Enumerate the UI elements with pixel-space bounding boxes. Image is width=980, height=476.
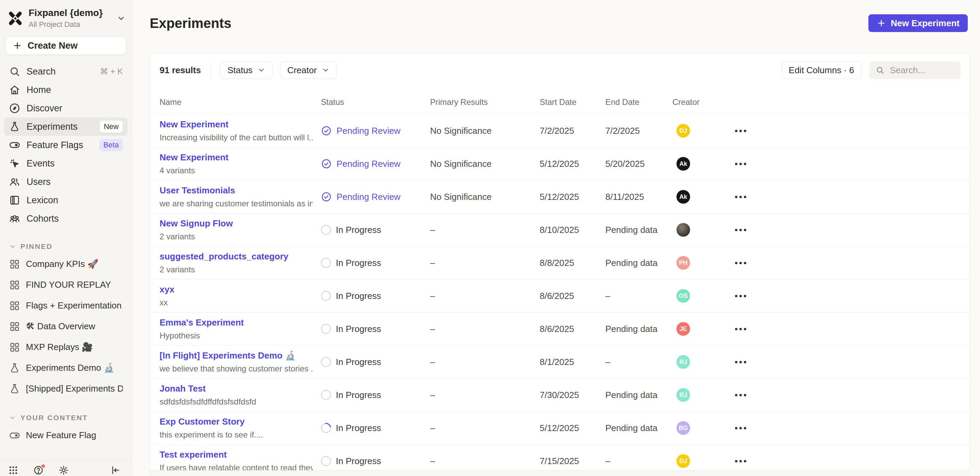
experiment-link[interactable]: Emma's Experiment xyxy=(159,317,313,328)
sidebar-item-shipped-experiments-demo[interactable]: [Shipped] Experiments Demo ✏ xyxy=(4,378,127,399)
row-menu-button[interactable] xyxy=(733,291,748,301)
collapse-sidebar-icon[interactable] xyxy=(111,465,121,475)
start-date-cell: 7/30/2025 xyxy=(540,390,605,401)
check-circle-icon xyxy=(321,125,332,136)
experiment-link[interactable]: New Signup Flow xyxy=(159,218,313,229)
sidebar-item-find-your-replay[interactable]: FIND YOUR REPLAY xyxy=(4,275,127,295)
status-text: Pending Review xyxy=(337,159,401,169)
status-cell: In Progress xyxy=(321,357,430,367)
experiment-link[interactable]: [In Flight] Experiments Demo 🔬 xyxy=(159,350,313,361)
experiment-link[interactable]: Jonah Test xyxy=(159,383,313,394)
end-date-cell: Pending data xyxy=(605,258,672,268)
row-menu-button[interactable] xyxy=(733,225,748,235)
status-text: In Progress xyxy=(336,258,381,268)
end-date-cell: Pending data xyxy=(605,324,672,334)
search-box xyxy=(869,61,961,79)
experiment-link[interactable]: New Experiment xyxy=(159,119,313,130)
sidebar-item-flags-experimentation-demo[interactable]: Flags + Experimentation Demo , xyxy=(4,295,127,316)
sidebar-item-company-kpis[interactable]: Company KPIs 🚀 xyxy=(4,254,127,275)
results-count: 91 results xyxy=(159,65,201,75)
avatar[interactable]: DJ xyxy=(676,454,690,468)
sidebar-item-home[interactable]: Home xyxy=(4,81,127,99)
experiment-link[interactable]: New Experiment xyxy=(159,152,313,163)
column-header-start-date[interactable]: Start Date xyxy=(540,97,605,107)
column-header-end-date[interactable]: End Date xyxy=(605,97,672,107)
sidebar-item-search[interactable]: Search ⌘ + K xyxy=(4,62,127,81)
sidebar-item-new-feature-flag[interactable]: New Feature Flag xyxy=(4,425,127,446)
filter-creator-button[interactable]: Creator xyxy=(280,61,337,79)
table-footer-strip xyxy=(150,470,969,476)
apps-grid-icon[interactable] xyxy=(8,465,18,475)
filter-status-button[interactable]: Status xyxy=(220,61,272,79)
sidebar-item-label: FIND YOUR REPLAY xyxy=(26,280,111,290)
avatar[interactable]: DJ xyxy=(676,124,690,137)
experiment-link[interactable]: xyx xyxy=(159,284,313,295)
sidebar-item-users[interactable]: Users xyxy=(4,173,127,191)
end-date-cell: Pending data xyxy=(605,225,672,235)
sidebar-item-experiments[interactable]: Experiments New xyxy=(4,117,127,136)
edit-columns-button[interactable]: Edit Columns · 6 xyxy=(782,61,861,79)
table-row[interactable]: Jonah Test sdfdsfdsfsdfdffdfdsfsdfdsfd I… xyxy=(150,379,969,412)
row-menu-button[interactable] xyxy=(733,324,748,334)
table-row[interactable]: [In Flight] Experiments Demo 🔬 we believ… xyxy=(150,346,969,379)
table-row[interactable]: New Experiment Increasing visibility of … xyxy=(150,114,969,147)
board-icon xyxy=(9,259,21,270)
experiment-link[interactable]: Test experiment xyxy=(159,449,313,460)
sidebar-item-experiments-demo[interactable]: Experiments Demo 🔬 xyxy=(4,358,127,378)
settings-gear-icon[interactable] xyxy=(59,465,69,475)
experiment-link[interactable]: User Testimonials xyxy=(159,185,313,196)
avatar[interactable] xyxy=(676,223,690,236)
avatar[interactable]: Ak xyxy=(676,157,690,171)
avatar[interactable]: RJ xyxy=(676,388,690,402)
sidebar-item-lexicon[interactable]: Lexicon xyxy=(4,191,127,209)
search-input[interactable] xyxy=(889,65,950,76)
column-header-creator[interactable]: Creator xyxy=(672,97,733,107)
table-row[interactable]: New Experiment 4 variants Pending Review… xyxy=(150,147,969,180)
table-row[interactable]: New Signup Flow 2 variants In Progress –… xyxy=(150,214,969,246)
sidebar-item-mxp-replays[interactable]: MXP Replays 🎥 xyxy=(4,337,127,358)
row-menu-button[interactable] xyxy=(733,391,748,400)
experiment-description: we are sharing customer testimonials as … xyxy=(159,199,313,208)
new-experiment-button[interactable]: New Experiment xyxy=(869,14,968,32)
avatar[interactable]: RJ xyxy=(676,355,690,369)
column-header-primary-results[interactable]: Primary Results xyxy=(430,97,540,107)
table-row[interactable]: User Testimonials we are sharing custome… xyxy=(150,180,969,214)
column-header-status[interactable]: Status xyxy=(321,97,430,107)
section-header-your-content[interactable]: YOUR CONTENT xyxy=(4,411,127,425)
creator-cell: PH xyxy=(672,256,733,270)
sidebar-item-label: Lexicon xyxy=(27,195,58,206)
page-header: Experiments New Experiment xyxy=(132,0,980,32)
experiment-link[interactable]: Exp Customer Story xyxy=(159,417,313,427)
create-new-button[interactable]: Create New xyxy=(5,37,126,55)
experiment-link[interactable]: suggested_products_category xyxy=(159,251,313,262)
table-row[interactable]: suggested_products_category 2 variants I… xyxy=(150,246,969,280)
sidebar-item-data-overview[interactable]: 🛠 Data Overview xyxy=(4,316,127,337)
sidebar-item-feature-flags[interactable]: Feature Flags Beta xyxy=(4,136,127,154)
row-menu-button[interactable] xyxy=(733,358,748,367)
help-icon[interactable] xyxy=(33,465,43,475)
workspace-subtitle: All Project Data xyxy=(29,20,111,29)
row-menu-button[interactable] xyxy=(733,457,748,466)
table-row[interactable]: Exp Customer Story this experiment is to… xyxy=(150,412,969,445)
table-row[interactable]: xyx xx In Progress – 8/6/2025 – OS xyxy=(150,280,969,313)
board-icon xyxy=(9,279,21,291)
row-menu-button[interactable] xyxy=(733,423,748,433)
section-header-pinned[interactable]: PINNED xyxy=(4,240,127,254)
avatar[interactable]: PH xyxy=(676,256,690,270)
table-row[interactable]: Emma's Experiment Hypothesis In Progress… xyxy=(150,313,969,346)
sidebar-item-events[interactable]: Events xyxy=(4,154,127,173)
row-menu-button[interactable] xyxy=(733,259,748,268)
avatar[interactable]: OS xyxy=(676,289,690,303)
avatar[interactable]: Ak xyxy=(676,190,690,204)
avatar[interactable]: BG xyxy=(676,421,690,435)
status-cell: In Progress xyxy=(321,324,430,334)
workspace-switcher[interactable]: Fixpanel {demo} All Project Data xyxy=(0,0,132,33)
sidebar-item-discover[interactable]: Discover xyxy=(4,99,127,117)
row-menu-button[interactable] xyxy=(733,126,748,136)
column-header-name[interactable]: Name xyxy=(159,97,321,107)
row-menu-button[interactable] xyxy=(733,192,748,201)
row-menu-button[interactable] xyxy=(733,159,748,169)
avatar[interactable]: JE xyxy=(676,322,690,336)
flask-icon xyxy=(9,383,21,395)
sidebar-item-cohorts[interactable]: Cohorts xyxy=(4,209,127,228)
